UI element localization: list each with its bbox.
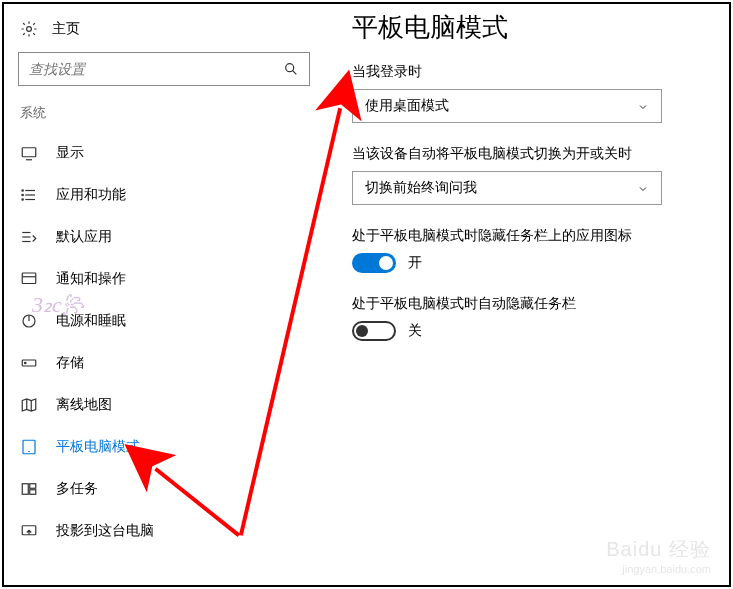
home-label: 主页 [52, 20, 80, 38]
sidebar-item-label: 默认应用 [56, 228, 112, 246]
sidebar-item-apps[interactable]: 应用和功能 [4, 174, 324, 216]
map-icon [20, 396, 38, 414]
search-box[interactable] [18, 52, 310, 86]
autoswitch-label: 当该设备自动将平板电脑模式切换为开或关时 [352, 145, 709, 163]
svg-point-8 [22, 190, 24, 192]
list-icon [20, 186, 38, 204]
sidebar-item-label: 显示 [56, 144, 84, 162]
sidebar-item-label: 离线地图 [56, 396, 112, 414]
hide-taskbar-icons-label: 处于平板电脑模式时隐藏任务栏上的应用图标 [352, 227, 709, 245]
sidebar-group-label: 系统 [4, 96, 324, 132]
svg-rect-26 [30, 490, 36, 495]
search-icon [283, 61, 299, 77]
storage-icon [20, 354, 38, 372]
dropdown-value: 切换前始终询问我 [365, 179, 477, 197]
svg-point-10 [22, 199, 24, 201]
autohide-taskbar-label: 处于平板电脑模式时自动隐藏任务栏 [352, 295, 709, 313]
svg-rect-24 [22, 484, 28, 495]
sidebar-item-projection[interactable]: 投影到这台电脑 [4, 510, 324, 552]
multitask-icon [20, 480, 38, 498]
sidebar-item-multitask[interactable]: 多任务 [4, 468, 324, 510]
svg-rect-3 [22, 148, 36, 157]
sidebar-item-label: 应用和功能 [56, 186, 126, 204]
projection-icon [20, 522, 38, 540]
sidebar-item-tablet-mode[interactable]: 平板电脑模式 [4, 426, 324, 468]
search-input[interactable] [29, 61, 283, 77]
dropdown-value: 使用桌面模式 [365, 97, 449, 115]
defaults-icon [20, 228, 38, 246]
sidebar-item-notifications[interactable]: 通知和操作 [4, 258, 324, 300]
svg-point-0 [27, 27, 32, 32]
signin-mode-label: 当我登录时 [352, 63, 709, 81]
sidebar-item-default-apps[interactable]: 默认应用 [4, 216, 324, 258]
autohide-taskbar-toggle[interactable] [352, 321, 396, 341]
notifications-icon [20, 270, 38, 288]
sidebar-item-label: 投影到这台电脑 [56, 522, 154, 540]
svg-rect-14 [22, 273, 36, 284]
sidebar-item-label: 通知和操作 [56, 270, 126, 288]
autoswitch-dropdown[interactable]: 切换前始终询问我 [352, 171, 662, 205]
sidebar-item-label: 多任务 [56, 480, 98, 498]
settings-sidebar: 主页 系统 显示 应用和功能 [4, 4, 324, 585]
monitor-icon [20, 144, 38, 162]
svg-point-1 [286, 64, 294, 72]
svg-rect-25 [30, 484, 36, 489]
power-icon [20, 312, 38, 330]
toggle-state-label: 关 [408, 322, 422, 340]
chevron-down-icon [637, 100, 649, 112]
tablet-icon [20, 438, 38, 456]
settings-content: 平板电脑模式 当我登录时 使用桌面模式 当该设备自动将平板电脑模式切换为开或关时… [324, 4, 729, 585]
sidebar-item-label: 电源和睡眠 [56, 312, 126, 330]
sidebar-item-display[interactable]: 显示 [4, 132, 324, 174]
page-title: 平板电脑模式 [352, 10, 709, 45]
sidebar-item-power[interactable]: 电源和睡眠 [4, 300, 324, 342]
sidebar-item-label: 存储 [56, 354, 84, 372]
svg-point-19 [25, 362, 27, 364]
gear-icon [20, 20, 38, 38]
sidebar-item-maps[interactable]: 离线地图 [4, 384, 324, 426]
svg-line-2 [293, 71, 297, 75]
sidebar-item-label: 平板电脑模式 [56, 438, 140, 456]
sidebar-home[interactable]: 主页 [4, 14, 324, 48]
sidebar-item-storage[interactable]: 存储 [4, 342, 324, 384]
svg-point-9 [22, 194, 24, 196]
signin-mode-dropdown[interactable]: 使用桌面模式 [352, 89, 662, 123]
chevron-down-icon [637, 182, 649, 194]
toggle-state-label: 开 [408, 254, 422, 272]
hide-taskbar-icons-toggle[interactable] [352, 253, 396, 273]
